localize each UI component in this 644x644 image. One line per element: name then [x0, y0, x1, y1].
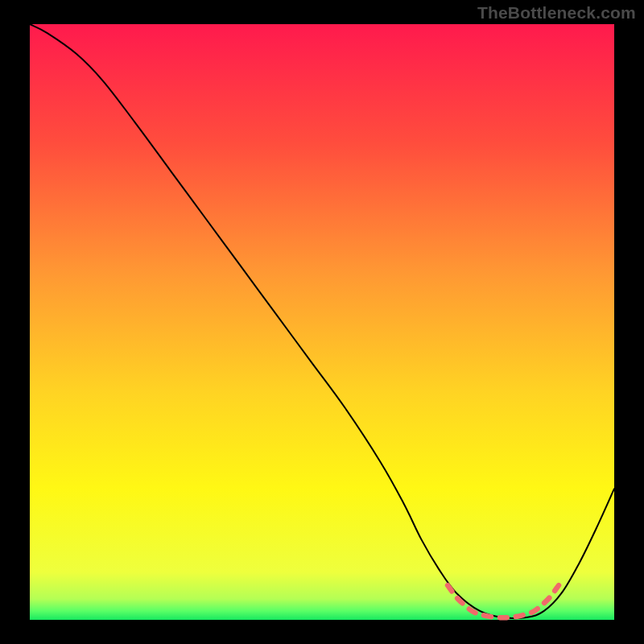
chart-canvas — [0, 0, 644, 644]
watermark-label: TheBottleneck.com — [477, 3, 636, 23]
chart-stage: TheBottleneck.com — [0, 0, 644, 644]
gradient-background — [30, 24, 614, 620]
